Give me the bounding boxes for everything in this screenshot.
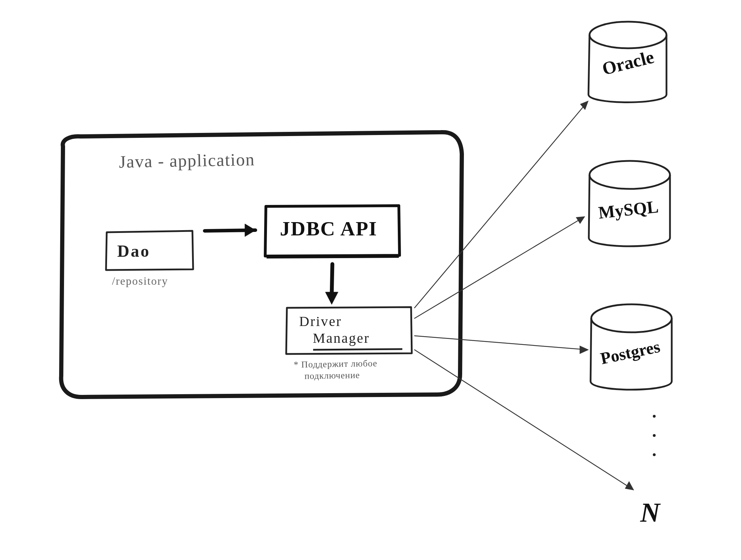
svg-line-11 <box>415 217 584 318</box>
svg-marker-10 <box>581 101 588 109</box>
svg-line-1 <box>205 230 255 231</box>
ellipsis-dot <box>653 434 656 437</box>
ellipsis-dot <box>653 453 656 456</box>
dao-label: Dao <box>117 241 150 261</box>
note-line2: подключение <box>304 370 360 381</box>
svg-point-7 <box>590 161 670 189</box>
driver-manager-label: Driver Manager <box>299 313 370 347</box>
svg-line-15 <box>415 350 633 490</box>
diagram-svg <box>0 0 741 560</box>
postgres-label: Postgres <box>599 337 662 368</box>
arrow-jdbc-to-driver <box>325 264 338 304</box>
java-app-title: Java - application <box>119 149 255 172</box>
svg-line-9 <box>415 101 588 308</box>
svg-marker-2 <box>245 224 255 236</box>
arrow-driver-to-n <box>415 350 633 490</box>
oracle-label: Oracle <box>600 47 656 79</box>
repository-label: /repository <box>112 275 168 288</box>
mysql-label: MySQL <box>597 196 659 223</box>
java-app-container <box>61 132 462 397</box>
driver-line1: Driver <box>299 313 342 329</box>
driver-line2: Manager <box>313 330 370 346</box>
arrow-dao-to-jdbc <box>205 224 255 236</box>
svg-point-6 <box>590 22 666 48</box>
driver-note: * Поддержит любое подключение <box>294 358 377 382</box>
arrow-driver-to-mysql <box>415 217 584 318</box>
svg-point-8 <box>591 304 672 332</box>
diagram-canvas: Java - application Dao /repository JDBC … <box>0 0 741 560</box>
svg-line-5 <box>313 349 402 350</box>
svg-line-13 <box>415 336 588 350</box>
svg-marker-16 <box>626 482 633 490</box>
svg-marker-4 <box>325 292 338 304</box>
ellipsis-dot <box>653 415 656 418</box>
svg-line-3 <box>332 264 332 297</box>
svg-line-0 <box>267 256 399 257</box>
svg-marker-12 <box>577 217 584 223</box>
jdbc-api-label: JDBC API <box>280 217 377 240</box>
note-line1: * Поддержит любое <box>294 358 377 370</box>
n-label: N <box>640 497 660 528</box>
arrow-driver-to-postgres <box>415 336 588 353</box>
arrow-driver-to-oracle <box>415 101 588 308</box>
svg-marker-14 <box>580 346 588 353</box>
